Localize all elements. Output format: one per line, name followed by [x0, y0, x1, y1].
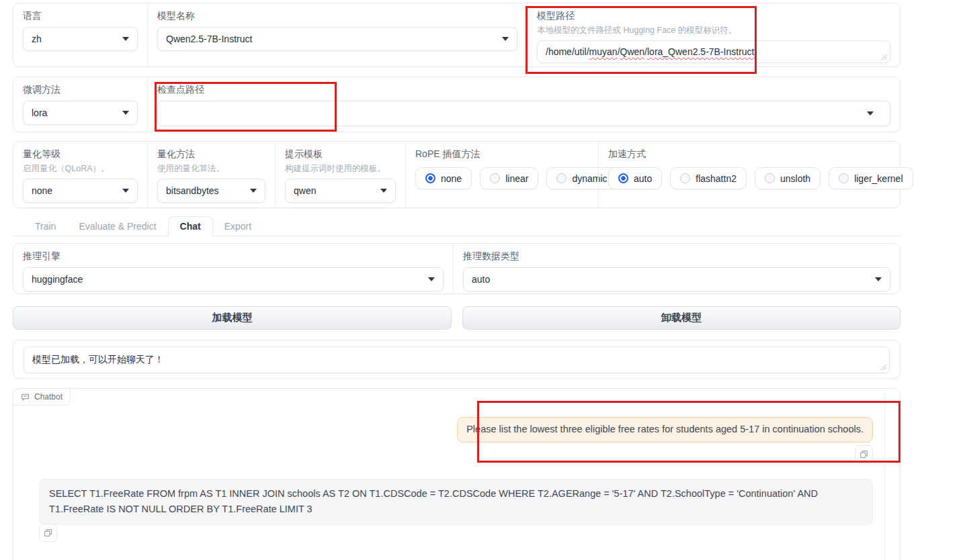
bot-message-bubble: SELECT T1.FreeRate FROM frpm AS T1 INNER… — [39, 479, 873, 525]
booster-option-liger-kernel[interactable]: liger_kernel — [829, 167, 913, 189]
inference-engine-label: 推理引擎 — [23, 250, 444, 262]
rope-option-label: none — [441, 173, 462, 184]
tab-train[interactable]: Train — [24, 217, 67, 236]
language-label: 语言 — [23, 9, 138, 21]
chevron-down-icon — [250, 189, 257, 193]
model-name-section: 模型名称 Qwen2.5-7B-Instruct — [147, 3, 527, 66]
chevron-down-icon — [122, 189, 129, 193]
booster-option-label: auto — [634, 173, 652, 184]
booster-option-auto[interactable]: auto — [608, 167, 662, 189]
chevron-down-icon — [380, 189, 387, 193]
rope-option-linear[interactable]: linear — [480, 167, 538, 189]
radio-icon — [556, 173, 567, 183]
checkpoint-path-section: 检查点路径 — [147, 77, 900, 132]
user-message-bubble: Please list the lowest three eligible fr… — [457, 417, 873, 442]
finetune-method-select[interactable]: lora — [23, 101, 138, 125]
copy-user-message-button[interactable] — [855, 445, 873, 463]
resize-handle-icon[interactable] — [881, 54, 888, 60]
model-path-label: 模型路径 — [537, 9, 890, 21]
quant-bits-hint: 启用量化（QLoRA）。 — [23, 163, 138, 174]
rope-option-none[interactable]: none — [415, 167, 472, 189]
chatbot-label: Chatbot — [34, 392, 62, 402]
template-hint: 构建提示词时使用的模板。 — [285, 163, 396, 174]
model-path-value: /home/util/muyan/Qwen/lora_Qwen2.5-7B-In… — [546, 46, 755, 57]
model-name-select[interactable]: Qwen2.5-7B-Instruct — [157, 27, 517, 51]
booster-option-label: liger_kernel — [854, 173, 903, 184]
chevron-down-icon — [502, 37, 509, 41]
load-model-button[interactable]: 加载模型 — [13, 306, 452, 330]
bot-message-text: SELECT T1.FreeRate FROM frpm AS T1 INNER… — [49, 488, 818, 514]
llamafactory-webui: 语言 zh 模型名称 Qwen2.5-7B-Instruct 模型路径 本地模型… — [0, 0, 965, 560]
language-section: 语言 zh — [13, 3, 147, 66]
language-value: zh — [32, 34, 42, 44]
tab-export[interactable]: Export — [213, 217, 263, 236]
template-select[interactable]: qwen — [285, 179, 396, 203]
inference-engine-value: huggingface — [32, 274, 83, 285]
radio-checked-icon — [618, 173, 628, 183]
checkpoint-path-select[interactable] — [157, 101, 890, 126]
chevron-down-icon — [867, 111, 874, 115]
quant-method-value: bitsandbytes — [166, 185, 219, 196]
inference-config-card: 推理引擎 huggingface 推理数据类型 auto — [13, 243, 900, 294]
unload-model-button[interactable]: 卸载模型 — [462, 306, 900, 330]
radio-icon — [490, 173, 500, 183]
quant-method-select[interactable]: bitsandbytes — [157, 179, 265, 203]
quant-method-label: 量化方法 — [157, 148, 265, 160]
radio-icon — [680, 173, 690, 183]
template-section: 提示模板 构建提示词时使用的模板。 qwen — [275, 142, 405, 207]
quant-bits-select[interactable]: none — [23, 179, 138, 203]
chat-scroll-track — [884, 393, 885, 560]
model-config-card: 语言 zh 模型名称 Qwen2.5-7B-Instruct 模型路径 本地模型… — [13, 3, 900, 67]
quant-bits-value: none — [32, 185, 52, 196]
status-card: 模型已加载，可以开始聊天了！ — [13, 340, 900, 379]
quant-bits-section: 量化等级 启用量化（QLoRA）。 none — [13, 142, 147, 207]
status-textbox[interactable]: 模型已加载，可以开始聊天了！ — [24, 346, 890, 373]
copy-bot-message-button[interactable] — [39, 524, 57, 542]
inference-engine-select[interactable]: huggingface — [23, 267, 444, 291]
radio-icon — [765, 173, 775, 183]
copy-icon — [44, 528, 52, 537]
chevron-down-icon — [122, 111, 129, 115]
advanced-config-card: 量化等级 启用量化（QLoRA）。 none 量化方法 使用的量化算法。 bit… — [13, 141, 900, 208]
language-select[interactable]: zh — [23, 27, 138, 51]
tab-evaluate-predict[interactable]: Evaluate & Predict — [67, 217, 167, 236]
booster-option-unsloth[interactable]: unsloth — [755, 167, 821, 189]
radio-checked-icon — [425, 173, 435, 183]
finetune-card: 微调方法 lora 检查点路径 — [13, 77, 900, 132]
finetune-method-label: 微调方法 — [23, 83, 138, 95]
chevron-down-icon — [122, 37, 129, 41]
booster-label: 加速方式 — [608, 148, 913, 160]
user-message-text: Please list the lowest three eligible fr… — [466, 424, 864, 434]
resize-handle-icon[interactable] — [880, 364, 887, 371]
status-section: 模型已加载，可以开始聊天了！ — [13, 340, 900, 378]
quant-method-hint: 使用的量化算法。 — [157, 163, 265, 174]
inference-dtype-select[interactable]: auto — [463, 267, 890, 291]
chatbot-header: Chatbot — [13, 388, 71, 406]
inference-dtype-value: auto — [472, 274, 490, 285]
quant-method-section: 量化方法 使用的量化算法。 bitsandbytes — [147, 142, 275, 207]
model-path-hint: 本地模型的文件路径或 Hugging Face 的模型标识符。 — [537, 25, 890, 36]
booster-option-flashattn2[interactable]: flashattn2 — [670, 167, 747, 189]
inference-dtype-section: 推理数据类型 auto — [453, 244, 900, 293]
inference-engine-section: 推理引擎 huggingface — [13, 244, 453, 293]
model-name-label: 模型名称 — [157, 9, 517, 21]
rope-option-label: linear — [505, 173, 528, 184]
template-value: qwen — [294, 185, 316, 196]
chevron-down-icon — [875, 277, 882, 281]
model-path-input[interactable]: /home/util/muyan/Qwen/lora_Qwen2.5-7B-In… — [537, 40, 890, 63]
tab-chat[interactable]: Chat — [168, 216, 213, 236]
rope-section: RoPE 插值方法 none linear dynamic — [405, 142, 598, 207]
chevron-down-icon — [428, 277, 435, 281]
checkpoint-path-label: 检查点路径 — [157, 83, 890, 95]
rope-radio-group: none linear dynamic — [415, 167, 589, 189]
model-path-section: 模型路径 本地模型的文件路径或 Hugging Face 的模型标识符。 /ho… — [527, 3, 900, 66]
inference-dtype-label: 推理数据类型 — [463, 250, 890, 262]
chat-bubble-icon — [21, 393, 30, 402]
booster-option-label: flashattn2 — [696, 173, 737, 184]
model-name-value: Qwen2.5-7B-Instruct — [166, 34, 252, 44]
finetune-method-section: 微调方法 lora — [13, 77, 147, 132]
quant-bits-label: 量化等级 — [23, 148, 138, 160]
status-message: 模型已加载，可以开始聊天了！ — [32, 354, 164, 365]
copy-icon — [859, 450, 868, 459]
template-label: 提示模板 — [285, 148, 396, 160]
